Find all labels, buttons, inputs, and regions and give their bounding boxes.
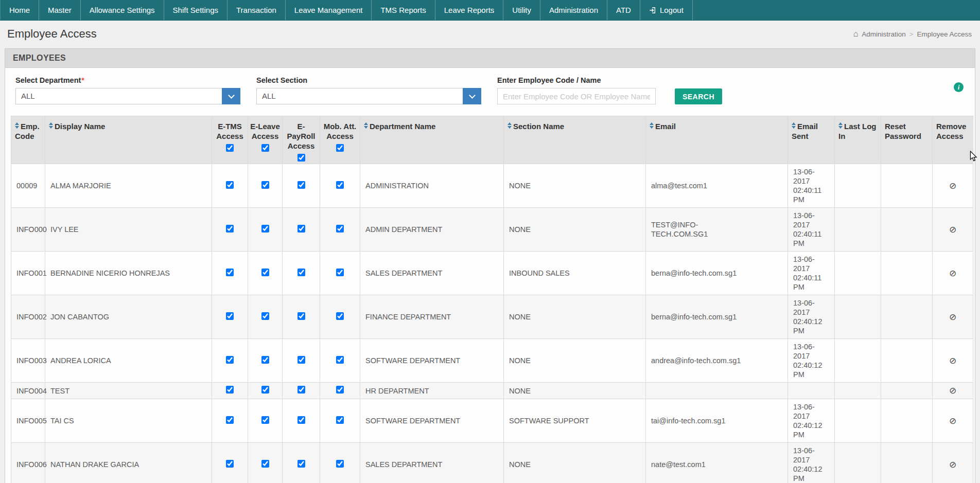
epayroll-access-checkbox[interactable] — [297, 269, 305, 276]
last-login-cell — [835, 252, 881, 295]
department-cell: SOFTWARE DEPARTMENT — [360, 339, 504, 383]
remove-access-icon[interactable]: ⊘ — [949, 181, 956, 191]
required-mark: * — [81, 76, 84, 84]
department-select-button[interactable] — [222, 88, 240, 104]
col-remove-access: Remove Access — [933, 116, 973, 164]
col-display-name[interactable]: Display Name — [45, 116, 212, 164]
mob-att-access-checkbox[interactable] — [336, 356, 344, 364]
col-email-sent[interactable]: Email Sent — [788, 116, 835, 164]
mob-att-access-checkbox[interactable] — [336, 225, 344, 232]
etms-access-checkbox[interactable] — [226, 225, 234, 232]
mob-att-access-checkbox[interactable] — [336, 386, 344, 393]
epayroll-access-checkbox[interactable] — [297, 416, 305, 424]
eleave-access-checkbox[interactable] — [261, 460, 269, 468]
search-button[interactable]: SEARCH — [675, 88, 722, 104]
display-name-cell: IVY LEE — [45, 208, 212, 252]
email-cell: tai@info-tech.com.sg1 — [646, 399, 788, 443]
department-select-value: ALL — [16, 88, 240, 104]
etms-select-all-checkbox[interactable] — [226, 144, 234, 152]
table-row: INFO003 ANDREA LORICA SOFTWARE DEPARTMEN… — [11, 339, 973, 383]
epayroll-access-checkbox[interactable] — [297, 312, 305, 320]
etms-access-checkbox[interactable] — [226, 356, 234, 364]
mob-att-select-all-checkbox[interactable] — [336, 144, 344, 152]
section-cell: NONE — [504, 339, 646, 383]
remove-access-icon[interactable]: ⊘ — [949, 355, 956, 366]
epayroll-select-all-checkbox[interactable] — [297, 154, 305, 162]
remove-access-icon[interactable]: ⊘ — [949, 416, 956, 426]
col-section-name[interactable]: Section Name — [504, 116, 646, 164]
section-select[interactable]: ALL — [256, 88, 481, 104]
col-department-name[interactable]: Department Name — [360, 116, 504, 164]
etms-access-checkbox[interactable] — [226, 416, 234, 424]
email-cell: nate@test.com1 — [646, 443, 788, 483]
eleave-access-checkbox[interactable] — [261, 269, 269, 276]
eleave-access-checkbox[interactable] — [261, 181, 269, 189]
eleave-select-all-checkbox[interactable] — [261, 144, 269, 152]
nav-item-leave-reports[interactable]: Leave Reports — [435, 0, 504, 20]
department-cell: SALES DEPARTMENT — [360, 252, 504, 295]
table-row: 00009 ALMA MARJORIE ADMINISTRATION NONE … — [11, 164, 973, 208]
mob-att-access-checkbox[interactable] — [336, 181, 344, 189]
remove-access-cell: ⊘ — [933, 295, 973, 339]
reset-password-cell — [881, 295, 933, 339]
department-select[interactable]: ALL — [15, 88, 240, 104]
nav-item-atd[interactable]: ATD — [607, 0, 640, 20]
sort-icon — [364, 122, 369, 129]
mob-att-access-checkbox[interactable] — [336, 312, 344, 320]
nav-item-allowance-settings[interactable]: Allowance Settings — [81, 0, 164, 20]
search-label: Enter Employee Code / Name — [497, 76, 722, 84]
nav-item-leave-management[interactable]: Leave Management — [286, 0, 372, 20]
etms-access-checkbox[interactable] — [226, 312, 234, 320]
chevron-down-icon — [228, 92, 235, 99]
remove-access-icon[interactable]: ⊘ — [949, 459, 956, 470]
col-last-log-in[interactable]: Last Log In — [835, 116, 881, 164]
nav-item-home[interactable]: Home — [0, 0, 39, 20]
email-sent-cell: 13-06-2017 02:40:12 PM — [788, 443, 835, 483]
nav-item-transaction[interactable]: Transaction — [227, 0, 286, 20]
col-eleave-access: E-Leave Access — [248, 116, 283, 164]
eleave-access-checkbox[interactable] — [261, 312, 269, 320]
remove-access-icon[interactable]: ⊘ — [949, 224, 956, 235]
reset-password-cell — [881, 164, 933, 208]
page-title: Employee Access — [7, 27, 97, 41]
emp-code-cell: INFO005 — [11, 399, 45, 443]
nav-item-master[interactable]: Master — [39, 0, 81, 20]
col-emp-code[interactable]: Emp. Code — [11, 116, 45, 164]
etms-access-checkbox[interactable] — [226, 460, 234, 468]
epayroll-access-checkbox[interactable] — [297, 356, 305, 364]
etms-access-checkbox[interactable] — [226, 386, 234, 393]
mob-att-access-checkbox[interactable] — [336, 416, 344, 424]
mob-att-access-checkbox[interactable] — [336, 269, 344, 276]
etms-access-checkbox[interactable] — [226, 269, 234, 276]
table-row: INFO006 NATHAN DRAKE GARCIA SALES DEPART… — [11, 443, 973, 483]
department-cell: ADMIN DEPARTMENT — [360, 208, 504, 252]
col-email[interactable]: Email — [646, 116, 788, 164]
eleave-access-checkbox[interactable] — [261, 416, 269, 424]
epayroll-access-checkbox[interactable] — [297, 460, 305, 468]
display-name-cell: JON CABANTOG — [45, 295, 212, 339]
breadcrumb-separator: > — [909, 30, 914, 38]
breadcrumb-parent[interactable]: Administration — [862, 30, 906, 38]
display-name-cell: TEST — [45, 383, 212, 399]
nav-item-shift-settings[interactable]: Shift Settings — [164, 0, 227, 20]
remove-access-icon[interactable]: ⊘ — [949, 268, 956, 278]
eleave-access-checkbox[interactable] — [261, 356, 269, 364]
section-select-button[interactable] — [463, 88, 481, 104]
email-sent-cell: 13-06-2017 02:40:12 PM — [788, 295, 835, 339]
info-icon[interactable]: i — [954, 82, 964, 92]
sort-icon — [15, 122, 20, 129]
eleave-access-checkbox[interactable] — [261, 225, 269, 232]
etms-access-checkbox[interactable] — [226, 181, 234, 189]
epayroll-access-checkbox[interactable] — [297, 181, 305, 189]
nav-item-utility[interactable]: Utility — [503, 0, 540, 20]
employee-search-input[interactable] — [497, 88, 656, 104]
remove-access-icon[interactable]: ⊘ — [949, 385, 956, 396]
remove-access-icon[interactable]: ⊘ — [949, 312, 956, 322]
eleave-access-checkbox[interactable] — [261, 386, 269, 393]
nav-item-logout[interactable]: Logout — [640, 0, 693, 20]
epayroll-access-checkbox[interactable] — [297, 225, 305, 232]
nav-item-tms-reports[interactable]: TMS Reports — [372, 0, 435, 20]
nav-item-administration[interactable]: Administration — [540, 0, 607, 20]
mob-att-access-checkbox[interactable] — [336, 460, 344, 468]
epayroll-access-checkbox[interactable] — [297, 386, 305, 393]
